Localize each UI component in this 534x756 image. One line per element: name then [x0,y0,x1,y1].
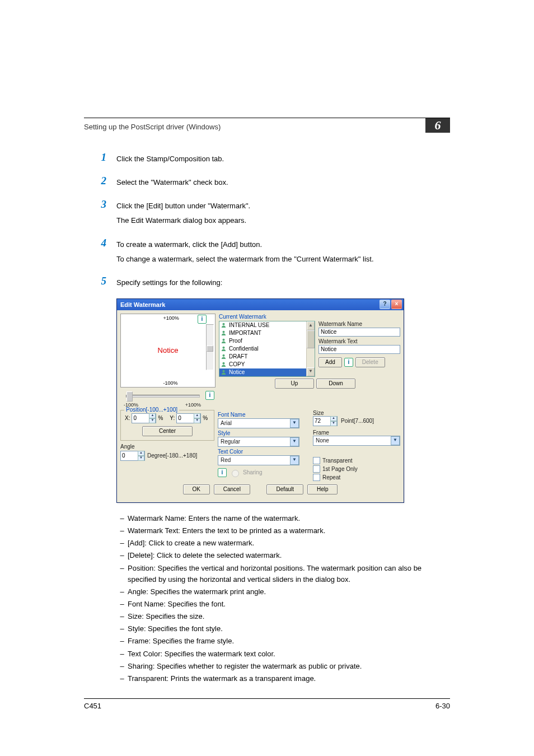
percent-label: % [158,415,163,421]
scroll-down-arrow-icon[interactable]: ▼ [307,367,315,376]
info-icon[interactable]: i [218,468,227,477]
list-item[interactable]: Confidential [219,345,315,353]
dash-icon: – [116,661,128,672]
horizontal-slider-thumb[interactable] [127,391,133,402]
description-text: Frame: Specifies the frame style. [128,636,234,647]
svg-point-3 [222,347,224,349]
up-button[interactable]: Up [275,379,314,389]
text-color-select[interactable]: Red ▼ [218,455,299,465]
vertical-position-slider[interactable] [206,324,214,370]
text-color-label: Text Color [218,449,310,455]
description-text: Font Name: Specifies the font. [128,599,226,610]
chapter-badge: 6 [425,118,450,133]
step-number: 4 [84,237,116,268]
description-item: –Style: Specifies the font style. [116,623,450,634]
dash-icon: – [116,623,128,634]
delete-button[interactable]: Delete [355,357,385,367]
watermark-item-icon [221,338,227,344]
info-icon[interactable]: i [344,358,353,367]
chevron-down-icon[interactable]: ▼ [290,456,299,465]
list-item[interactable]: IMPORTANT [219,329,315,337]
description-item: –Sharing: Specifies whether to register … [116,661,450,672]
list-item[interactable]: DRAFT [219,353,315,361]
watermark-text-input[interactable] [318,345,400,354]
description-text: Angle: Specifies the watermark print ang… [128,586,266,598]
scroll-up-arrow-icon[interactable]: ▲ [307,321,315,330]
x-position-stepper[interactable]: ▲▼ [132,413,156,423]
dash-icon: – [116,599,128,610]
size-input[interactable] [313,417,330,425]
preview-plus-100: +100% [163,315,179,321]
description-item: –Watermark Text: Enters the text to be p… [116,525,450,536]
close-icon[interactable]: × [391,300,402,309]
font-name-select[interactable]: Arial ▼ [218,418,299,428]
watermark-name-input[interactable] [318,328,400,337]
info-icon[interactable]: i [198,315,207,324]
y-label: Y: [170,415,175,421]
info-icon[interactable]: i [205,391,214,400]
current-watermark-list[interactable]: INTERNAL USEIMPORTANTProofConfidentialDR… [219,321,315,377]
watermark-name-label: Watermark Name [318,321,400,327]
chevron-down-icon[interactable]: ▼ [391,436,400,445]
svg-point-1 [222,331,224,333]
cancel-button[interactable]: Cancel [214,484,250,494]
svg-point-4 [222,354,224,357]
preview-watermark-text: Notice [158,346,179,354]
watermark-item-icon [221,346,227,352]
description-text: Watermark Text: Enters the text to be pr… [128,525,325,536]
description-item: –Watermark Name: Enters the name of the … [116,513,450,524]
step-number: 5 [84,275,116,292]
watermark-text-label: Watermark Text [318,338,400,344]
frame-select[interactable]: None ▼ [313,436,400,446]
list-item-label: Proof [229,338,242,344]
list-item[interactable]: Notice [219,368,315,376]
dialog-title: Edit Watermark [120,301,165,308]
dash-icon: – [116,513,128,524]
help-icon[interactable]: ? [380,300,390,309]
ok-button[interactable]: OK [183,484,210,494]
style-value: Regular [221,438,240,445]
repeat-checkbox[interactable] [313,474,320,481]
angle-range-label: Degree[-180...+180] [147,452,197,459]
x-position-input[interactable] [132,414,149,422]
edit-watermark-dialog: Edit Watermark ? × i +100% Notice [116,298,404,503]
y-position-input[interactable] [177,414,194,422]
step-body: Specify settings for the following: [116,275,222,292]
frame-value: None [316,437,329,444]
help-button[interactable]: Help [307,484,338,494]
chevron-down-icon[interactable]: ▼ [290,437,299,446]
position-group: Position[-100...+100] X: ▲▼ % Y: [120,410,214,441]
angle-stepper[interactable]: ▲▼ [120,451,145,461]
description-text: Position: Specifies the vertical and hor… [128,563,450,585]
transparent-checkbox[interactable] [313,457,320,464]
size-range-label: Point[7...600] [341,418,374,424]
center-button[interactable]: Center [142,426,193,436]
step-body: To create a watermark, click the [Add] b… [116,237,374,268]
angle-input[interactable] [121,452,138,460]
size-stepper[interactable]: ▲▼ [313,416,338,426]
first-page-only-checkbox[interactable] [313,465,320,473]
footer-right: 6-30 [435,702,450,710]
angle-label: Angle [120,444,214,450]
svg-point-2 [222,339,224,341]
style-select[interactable]: Regular ▼ [218,437,299,447]
list-item[interactable]: Proof [219,337,315,345]
chevron-down-icon[interactable]: ▼ [290,419,299,428]
dash-icon: – [116,550,128,561]
list-item[interactable]: INTERNAL USE [219,321,315,329]
step-number: 1 [84,151,116,168]
page-header-title: Setting up the PostScript driver (Window… [84,123,221,131]
list-item[interactable]: COPY [219,361,315,368]
horizontal-position-slider[interactable] [126,395,200,398]
description-text: Watermark Name: Enters the name of the w… [128,513,300,524]
size-label: Size [313,410,400,416]
frame-label: Frame [313,430,400,436]
add-button[interactable]: Add [318,357,342,367]
down-button[interactable]: Down [316,379,355,389]
x-label: X: [125,415,130,421]
y-position-stepper[interactable]: ▲▼ [176,413,201,423]
description-text: Style: Specifies the font style. [128,623,223,634]
step-body: Click the Stamp/Composition tab. [116,151,224,168]
scrollbar-thumb[interactable] [307,330,315,348]
default-button[interactable]: Default [266,484,303,494]
